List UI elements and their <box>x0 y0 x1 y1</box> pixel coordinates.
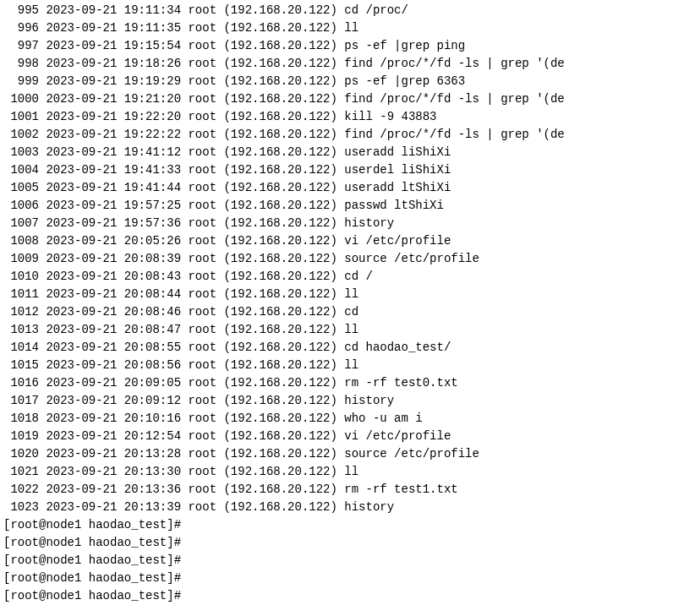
history-number: 997 <box>3 37 39 55</box>
history-command: ps -ef |grep 6363 <box>344 74 465 88</box>
history-ip: (192.168.20.122) <box>223 128 337 141</box>
history-user: root <box>188 199 216 212</box>
history-datetime: 2023-09-21 19:22:20 <box>46 110 181 123</box>
history-user: root <box>188 447 216 461</box>
history-datetime: 2023-09-21 20:13:39 <box>46 500 181 514</box>
history-user: root <box>188 341 216 354</box>
history-command: history <box>344 394 394 407</box>
history-datetime: 2023-09-21 19:22:22 <box>46 128 181 141</box>
history-command: useradd ltShiXi <box>344 181 451 194</box>
history-ip: (192.168.20.122) <box>223 287 337 301</box>
history-number: 1023 <box>3 499 39 516</box>
history-datetime: 2023-09-21 20:13:36 <box>46 482 181 496</box>
history-number: 1022 <box>3 481 39 499</box>
history-number: 1010 <box>3 268 39 286</box>
history-command: ll <box>344 287 358 301</box>
history-line: 1006 2023-09-21 19:57:25 root (192.168.2… <box>3 197 692 215</box>
history-number: 998 <box>3 55 39 73</box>
history-ip: (192.168.20.122) <box>223 358 337 372</box>
history-datetime: 2023-09-21 19:11:35 <box>46 21 181 35</box>
history-ip: (192.168.20.122) <box>223 163 337 177</box>
history-user: root <box>188 376 216 390</box>
history-user: root <box>188 482 216 496</box>
history-ip: (192.168.20.122) <box>223 39 337 52</box>
history-datetime: 2023-09-21 20:08:47 <box>46 323 181 336</box>
shell-prompt[interactable]: [root@node1 haodao_test]# <box>3 552 692 570</box>
history-user: root <box>188 92 216 106</box>
history-number: 1019 <box>3 428 39 445</box>
history-line: 1023 2023-09-21 20:13:39 root (192.168.2… <box>3 499 692 516</box>
history-command: source /etc/profile <box>344 447 479 461</box>
history-ip: (192.168.20.122) <box>223 305 337 319</box>
history-ip: (192.168.20.122) <box>223 74 337 88</box>
history-number: 1016 <box>3 374 39 392</box>
history-ip: (192.168.20.122) <box>223 21 337 35</box>
history-user: root <box>188 287 216 301</box>
history-command: history <box>344 216 394 230</box>
history-ip: (192.168.20.122) <box>223 394 337 407</box>
history-number: 999 <box>3 73 39 90</box>
history-user: root <box>188 270 216 283</box>
history-datetime: 2023-09-21 20:08:39 <box>46 252 181 265</box>
history-number: 1021 <box>3 463 39 481</box>
history-command: rm -rf test0.txt <box>344 376 457 390</box>
history-user: root <box>188 21 216 35</box>
history-line: 999 2023-09-21 19:19:29 root (192.168.20… <box>3 73 692 90</box>
history-line: 1018 2023-09-21 20:10:16 root (192.168.2… <box>3 410 692 428</box>
history-command: find /proc/*/fd -ls | grep '(de <box>344 57 564 70</box>
history-line: 1017 2023-09-21 20:09:12 root (192.168.2… <box>3 392 692 410</box>
history-line: 1008 2023-09-21 20:05:26 root (192.168.2… <box>3 232 692 250</box>
history-ip: (192.168.20.122) <box>223 181 337 194</box>
history-command: vi /etc/profile <box>344 234 451 248</box>
history-user: root <box>188 465 216 478</box>
history-datetime: 2023-09-21 20:10:16 <box>46 412 181 425</box>
history-command: ll <box>344 21 358 35</box>
history-number: 1004 <box>3 161 39 179</box>
history-user: root <box>188 412 216 425</box>
history-ip: (192.168.20.122) <box>223 110 337 123</box>
terminal-output[interactable]: 995 2023-09-21 19:11:34 root (192.168.20… <box>3 2 692 605</box>
history-datetime: 2023-09-21 20:12:54 <box>46 429 181 443</box>
history-line: 1005 2023-09-21 19:41:44 root (192.168.2… <box>3 179 692 197</box>
history-line: 1020 2023-09-21 20:13:28 root (192.168.2… <box>3 445 692 463</box>
history-command: history <box>344 500 394 514</box>
history-ip: (192.168.20.122) <box>223 412 337 425</box>
history-command: useradd liShiXi <box>344 145 451 159</box>
history-command: cd / <box>344 270 373 283</box>
history-command: cd haodao_test/ <box>344 341 451 354</box>
history-number: 1020 <box>3 445 39 463</box>
history-command: ps -ef |grep ping <box>344 39 465 52</box>
history-datetime: 2023-09-21 19:41:12 <box>46 145 181 159</box>
history-user: root <box>188 429 216 443</box>
history-datetime: 2023-09-21 20:08:43 <box>46 270 181 283</box>
history-command: find /proc/*/fd -ls | grep '(de <box>344 92 564 106</box>
history-line: 998 2023-09-21 19:18:26 root (192.168.20… <box>3 55 692 73</box>
history-datetime: 2023-09-21 19:18:26 <box>46 57 181 70</box>
history-user: root <box>188 74 216 88</box>
history-line: 1009 2023-09-21 20:08:39 root (192.168.2… <box>3 250 692 268</box>
history-command: ll <box>344 465 358 478</box>
shell-prompt[interactable]: [root@node1 haodao_test]# <box>3 534 692 552</box>
history-ip: (192.168.20.122) <box>223 57 337 70</box>
shell-prompt[interactable]: [root@node1 haodao_test]# <box>3 516 692 534</box>
history-user: root <box>188 3 216 17</box>
history-ip: (192.168.20.122) <box>223 145 337 159</box>
history-datetime: 2023-09-21 19:11:34 <box>46 3 181 17</box>
history-line: 1021 2023-09-21 20:13:30 root (192.168.2… <box>3 463 692 481</box>
history-number: 1018 <box>3 410 39 428</box>
history-number: 1000 <box>3 90 39 108</box>
history-datetime: 2023-09-21 20:08:56 <box>46 358 181 372</box>
history-ip: (192.168.20.122) <box>223 482 337 496</box>
history-ip: (192.168.20.122) <box>223 500 337 514</box>
history-command: find /proc/*/fd -ls | grep '(de <box>344 128 564 141</box>
history-line: 1003 2023-09-21 19:41:12 root (192.168.2… <box>3 144 692 161</box>
history-line: 997 2023-09-21 19:15:54 root (192.168.20… <box>3 37 692 55</box>
history-command: ll <box>344 323 358 336</box>
shell-prompt[interactable]: [root@node1 haodao_test]# <box>3 570 692 587</box>
history-ip: (192.168.20.122) <box>223 376 337 390</box>
history-ip: (192.168.20.122) <box>223 447 337 461</box>
history-datetime: 2023-09-21 20:08:44 <box>46 287 181 301</box>
history-datetime: 2023-09-21 19:41:44 <box>46 181 181 194</box>
history-line: 1012 2023-09-21 20:08:46 root (192.168.2… <box>3 303 692 321</box>
shell-prompt[interactable]: [root@node1 haodao_test]# <box>3 587 692 605</box>
